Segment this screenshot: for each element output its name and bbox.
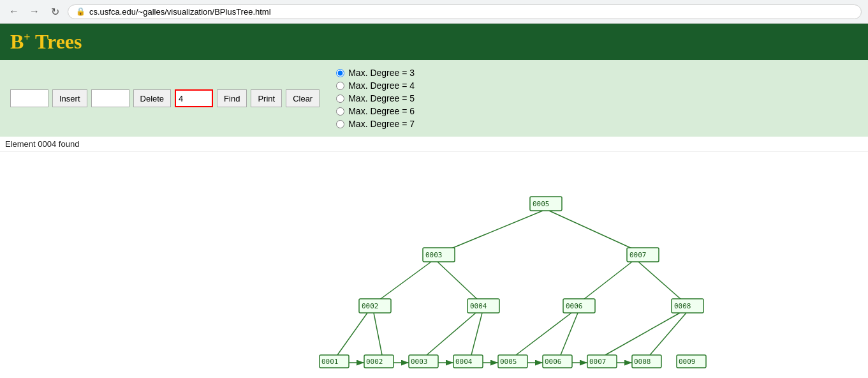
title-superscript: + — [24, 31, 30, 43]
svg-line-5 — [578, 262, 632, 304]
node-0003: 0003 — [425, 251, 443, 259]
delete-button[interactable]: Delete — [133, 89, 172, 107]
app-title: B+ Trees — [10, 30, 82, 53]
degree-5-option[interactable]: Max. Degree = 5 — [336, 93, 415, 103]
degree-radio-group: Max. Degree = 3 Max. Degree = 4 Max. Deg… — [336, 68, 415, 129]
svg-line-9 — [427, 313, 476, 355]
degree-4-radio[interactable] — [336, 82, 344, 90]
degree-5-label: Max. Degree = 5 — [348, 93, 415, 103]
leaf-0009: 0009 — [679, 358, 696, 366]
svg-line-1 — [441, 211, 543, 253]
leaf-0005: 0005 — [500, 358, 517, 366]
leaf-0003: 0003 — [411, 358, 428, 366]
degree-6-label: Max. Degree = 6 — [348, 106, 415, 116]
svg-line-3 — [374, 262, 431, 304]
degree-4-label: Max. Degree = 4 — [348, 80, 415, 91]
insert-input[interactable] — [10, 89, 48, 107]
node-0004-int: 0004 — [470, 302, 487, 310]
degree-4-option[interactable]: Max. Degree = 4 — [336, 80, 415, 91]
node-0008-int: 0008 — [674, 302, 691, 310]
degree-7-option[interactable]: Max. Degree = 7 — [336, 119, 415, 129]
degree-3-radio[interactable] — [336, 69, 344, 77]
svg-line-7 — [337, 313, 367, 355]
svg-line-2 — [549, 211, 642, 253]
degree-3-label: Max. Degree = 3 — [348, 68, 415, 78]
svg-line-4 — [438, 262, 482, 304]
degree-6-radio[interactable] — [336, 107, 344, 116]
leaf-0006: 0006 — [545, 358, 562, 366]
svg-line-8 — [374, 313, 382, 355]
degree-7-label: Max. Degree = 7 — [348, 119, 415, 129]
node-root: 0005 — [533, 200, 550, 208]
node-0002-int: 0002 — [362, 302, 379, 310]
find-button[interactable]: Find — [217, 89, 247, 107]
address-bar: 🔒 cs.usfca.edu/~galles/visualization/BPl… — [68, 4, 862, 19]
clear-button[interactable]: Clear — [286, 89, 320, 107]
tree-container: 0005 0003 0007 0002 0004 0006 0008 0001 … — [0, 152, 868, 378]
svg-line-10 — [471, 313, 482, 355]
leaf-0007: 0007 — [589, 358, 607, 366]
browser-chrome: ← → ↻ 🔒 cs.usfca.edu/~galles/visualizati… — [0, 0, 868, 24]
degree-7-radio[interactable] — [336, 120, 344, 128]
leaf-0002: 0002 — [366, 358, 383, 366]
tree-svg: 0005 0003 0007 0002 0004 0006 0008 0001 … — [147, 165, 721, 378]
url-text: cs.usfca.edu/~galles/visualization/BPlus… — [89, 7, 271, 17]
node-0006-int: 0006 — [566, 302, 583, 310]
status-message: Element 0004 found — [5, 139, 79, 149]
find-input[interactable] — [175, 89, 213, 107]
delete-input[interactable] — [91, 89, 129, 107]
back-button[interactable]: ← — [6, 4, 22, 19]
node-0007: 0007 — [629, 251, 647, 259]
degree-6-option[interactable]: Max. Degree = 6 — [336, 106, 415, 116]
leaf-0008: 0008 — [634, 358, 651, 366]
controls-bar: Insert Delete Find Print Clear Max. Degr… — [0, 60, 868, 137]
insert-button[interactable]: Insert — [52, 89, 87, 107]
app-header: B+ Trees — [0, 24, 868, 60]
svg-line-6 — [638, 262, 686, 304]
reload-button[interactable]: ↻ — [47, 4, 63, 19]
print-button[interactable]: Print — [251, 89, 282, 107]
lock-icon: 🔒 — [76, 7, 85, 16]
leaf-0004: 0004 — [455, 358, 473, 366]
leaf-0001: 0001 — [321, 358, 339, 366]
degree-3-option[interactable]: Max. Degree = 3 — [336, 68, 415, 78]
forward-button[interactable]: → — [27, 4, 42, 19]
degree-5-radio[interactable] — [336, 94, 344, 103]
status-bar: Element 0004 found — [0, 137, 868, 152]
